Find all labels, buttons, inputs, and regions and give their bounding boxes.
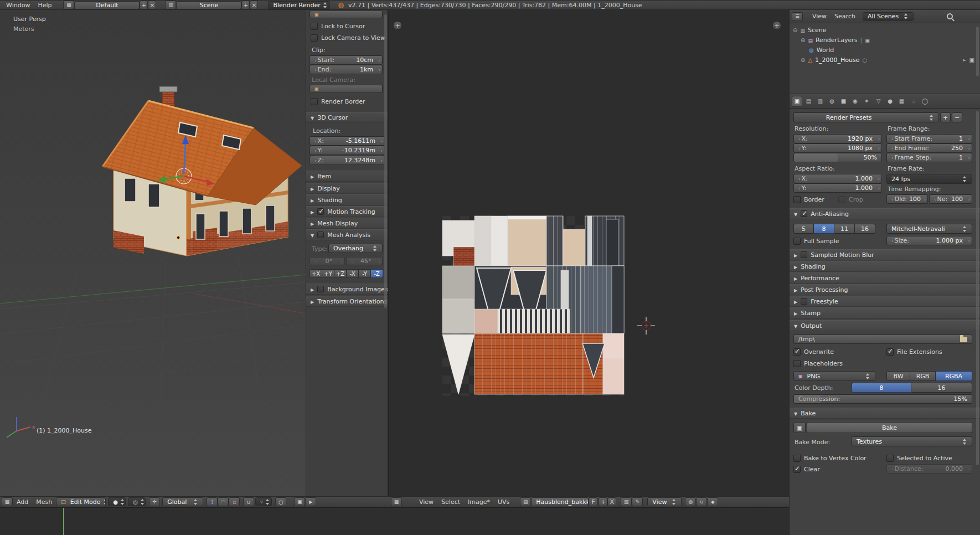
end-frame-field[interactable]: End Frame:250: [886, 143, 972, 153]
props-tab-scene[interactable]: [815, 96, 826, 107]
opengl-render-icon[interactable]: [294, 497, 305, 506]
editor-type-uv-icon[interactable]: [391, 497, 402, 506]
lock-object-field[interactable]: [310, 11, 383, 18]
aa-samples-16-button[interactable]: 16: [855, 224, 875, 234]
panel-motion-tracking[interactable]: Motion Tracking: [306, 206, 388, 217]
remove-preset-button[interactable]: −: [952, 112, 962, 122]
renderlayer-photo-icon[interactable]: [865, 38, 870, 43]
uv-2d-cursor[interactable]: [637, 317, 655, 335]
aa-samples-5-button[interactable]: 5: [793, 224, 814, 234]
uv-menu-view[interactable]: View: [415, 498, 437, 506]
compression-slider[interactable]: Compression:15%: [793, 394, 972, 404]
bake-render-icon[interactable]: [793, 422, 806, 433]
image-name-field[interactable]: Hausblend_bakkk: [531, 497, 589, 506]
mode-select[interactable]: Edit Mode: [56, 497, 106, 506]
panel-stamp[interactable]: Stamp: [790, 307, 980, 318]
panel-mesh-analysis[interactable]: Mesh Analysis: [306, 229, 388, 240]
panel-output[interactable]: Output: [790, 320, 980, 331]
restrict-render-icon[interactable]: [969, 57, 974, 63]
panel-3d-cursor[interactable]: 3D Cursor: [306, 112, 388, 123]
uv-mode-select[interactable]: View: [647, 497, 682, 506]
uv-menu-image[interactable]: Image*: [464, 498, 494, 506]
props-tab-material[interactable]: [885, 96, 895, 107]
aspect-x-field[interactable]: X:1.000: [793, 174, 882, 183]
output-path-field[interactable]: /tmp\: [793, 335, 972, 344]
frame-rate-select[interactable]: 24 fps: [886, 174, 972, 184]
bake-mode-select[interactable]: Textures: [852, 436, 972, 446]
aa-samples-11-button[interactable]: 11: [834, 224, 855, 234]
depth-8-button[interactable]: 8: [852, 383, 911, 393]
uv-pin-icon[interactable]: [707, 497, 718, 506]
props-tab-modifiers[interactable]: [862, 96, 872, 107]
uv-menu-uvs[interactable]: UVs: [494, 498, 513, 506]
orientation-select[interactable]: Global: [162, 497, 203, 506]
new-image-button[interactable]: +: [599, 497, 607, 506]
props-tab-constraints[interactable]: [850, 96, 860, 107]
panel-freestyle[interactable]: Freestyle: [790, 296, 980, 307]
crop-checkbox[interactable]: [838, 196, 845, 203]
panel-item[interactable]: Item: [306, 171, 388, 182]
cursor-y-field[interactable]: Y:-10.2319m: [310, 146, 385, 155]
overwrite-checkbox[interactable]: [793, 348, 801, 356]
add-preset-button[interactable]: +: [940, 112, 951, 122]
manipulator-translate-icon[interactable]: [207, 497, 218, 506]
pivot-center-select[interactable]: [128, 497, 146, 506]
mesh-analysis-type-select[interactable]: Overhang: [328, 244, 383, 253]
unlink-image-button[interactable]: X: [607, 497, 616, 506]
viewport-canvas[interactable]: x: [0, 10, 306, 496]
editor-type-outliner-icon[interactable]: [792, 12, 803, 21]
props-tab-render[interactable]: [792, 96, 802, 107]
render-presets-select[interactable]: Render Presets: [793, 112, 939, 122]
opengl-render-anim-icon[interactable]: [305, 497, 316, 506]
axis-minus-z-button[interactable]: -Z: [371, 269, 383, 278]
outliner-scrollbar[interactable]: [976, 27, 979, 76]
bake-to-vertex-checkbox[interactable]: [793, 455, 801, 462]
aa-size-field[interactable]: Size:1.000 px: [886, 236, 972, 245]
folder-icon[interactable]: [960, 337, 967, 342]
background-images-checkbox[interactable]: [317, 286, 324, 292]
npanel-scrollbar[interactable]: [384, 14, 387, 308]
anti-aliasing-checkbox[interactable]: [801, 210, 807, 217]
panel-shading[interactable]: Shading: [790, 261, 980, 272]
channels-rgba-button[interactable]: RGBA: [936, 371, 972, 381]
outliner-item-renderlayers[interactable]: RenderLayers: [816, 37, 858, 44]
frame-step-field[interactable]: Frame Step:1: [886, 153, 972, 162]
channels-bw-button[interactable]: BW: [886, 371, 910, 381]
panel-background-images[interactable]: Background Images: [306, 284, 388, 295]
clear-checkbox[interactable]: [793, 466, 801, 473]
motion-tracking-checkbox[interactable]: [317, 208, 324, 215]
selected-to-active-checkbox[interactable]: [886, 455, 894, 462]
outliner-item-house[interactable]: 1_2000_House: [815, 56, 859, 64]
panel-transform-orientations[interactable]: Transform Orientations: [306, 296, 388, 307]
resolution-percent-slider[interactable]: 50%: [793, 153, 882, 162]
manipulator-toggle-icon[interactable]: [149, 497, 160, 506]
outliner-display-select[interactable]: All Scenes: [863, 12, 914, 21]
outliner-item-scene[interactable]: Scene: [808, 27, 827, 34]
manipulator-rotate-icon[interactable]: [218, 497, 229, 506]
axis-plus-x-button[interactable]: +X: [310, 269, 322, 278]
lock-to-cursor-checkbox[interactable]: [311, 23, 318, 30]
expander-icon[interactable]: [801, 57, 805, 63]
axis-minus-y-button[interactable]: -Y: [359, 269, 371, 278]
viewport-3d[interactable]: x User Persp Meters (1) 1_2000_House: [0, 10, 306, 496]
uv-image-editor[interactable]: + +: [388, 10, 789, 496]
menu-help[interactable]: Help: [34, 2, 55, 9]
outliner-menu-search[interactable]: Search: [831, 13, 859, 20]
add-layout-button[interactable]: +: [140, 1, 148, 9]
panel-post-processing[interactable]: Post Processing: [790, 284, 980, 295]
border-checkbox[interactable]: [793, 196, 801, 203]
overhang-min-field[interactable]: 0°: [310, 257, 345, 265]
properties-scrollbar[interactable]: [976, 111, 979, 465]
delete-scene-button[interactable]: ×: [250, 1, 258, 9]
draw-channels-icon[interactable]: [685, 497, 696, 506]
region-toggle-plus-left[interactable]: +: [393, 21, 402, 30]
full-sample-checkbox[interactable]: [793, 238, 801, 245]
freestyle-checkbox[interactable]: [801, 298, 807, 305]
file-format-select[interactable]: PNG: [793, 371, 875, 381]
add-scene-button[interactable]: +: [241, 1, 250, 9]
screen-layout-field[interactable]: Default: [74, 1, 140, 9]
region-toggle-plus-right[interactable]: +: [772, 21, 781, 30]
time-new-field[interactable]: Ne:100: [929, 194, 972, 204]
aa-samples-8-button[interactable]: 8: [814, 224, 834, 234]
props-tab-particles[interactable]: [908, 96, 919, 107]
